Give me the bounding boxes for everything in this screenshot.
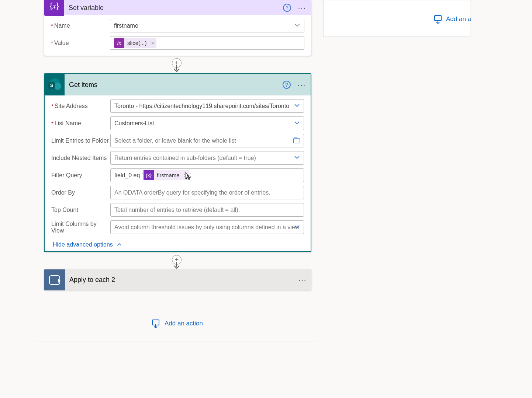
list-name-value: Customers-List	[114, 120, 154, 127]
loop-icon	[44, 269, 65, 290]
set-variable-title: Set variable	[64, 4, 283, 12]
filter-trailing-quote: '	[190, 172, 191, 179]
filter-query-input[interactable]: field_0 eq ' {x} firstname × '	[110, 168, 304, 182]
filter-query-label: Filter Query	[51, 172, 110, 179]
apply-to-each-card: Apply to each 2 ···	[44, 269, 311, 290]
limit-folder-input[interactable]: Select a folder, or leave blank for the …	[110, 134, 304, 147]
order-by-input[interactable]: An ODATA orderBy query for specifying th…	[110, 186, 304, 199]
sharepoint-icon: S	[45, 74, 65, 95]
token-text: firstname	[154, 172, 182, 178]
limit-columns-label: Limit Columns by View	[51, 221, 110, 234]
fx-icon: fx	[114, 38, 124, 48]
add-action-label: Add an action	[165, 320, 203, 327]
svg-rect-1	[435, 15, 441, 21]
site-address-value: Toronto - https://citizentechnology119.s…	[114, 103, 289, 109]
more-menu-button[interactable]: ···	[296, 4, 311, 12]
value-input[interactable]: fx slice(...) ×	[110, 36, 304, 50]
value-label: *Value	[51, 40, 110, 46]
add-action-button[interactable]: Add an action	[151, 319, 203, 328]
filter-query-text: field_0 eq '	[114, 172, 143, 179]
top-count-label: Top Count	[51, 207, 110, 213]
dynamic-content-token[interactable]: {x} firstname ×	[144, 170, 189, 180]
set-variable-card: {𝑥} Set variable ? ··· *Name firstname *…	[44, 0, 311, 56]
limit-columns-placeholder: Avoid column threshold issues by only us…	[114, 224, 299, 231]
remove-token-button[interactable]: ×	[182, 172, 189, 178]
nested-items-label: Include Nested Items	[51, 155, 110, 161]
add-action-icon	[151, 319, 160, 328]
top-count-input[interactable]: Total number of entries to retrieve (def…	[110, 203, 304, 217]
nested-items-dropdown[interactable]: Return entries contained in sub-folders …	[110, 151, 304, 165]
site-address-label: *Site Address	[51, 103, 110, 109]
limit-folder-placeholder: Select a folder, or leave blank for the …	[114, 137, 236, 144]
add-action-icon	[433, 15, 442, 24]
list-name-label: *List Name	[51, 120, 110, 127]
expression-token[interactable]: fx slice(...) ×	[114, 38, 156, 48]
limit-folder-label: Limit Entries to Folder	[51, 137, 110, 144]
get-items-title: Get items	[65, 81, 283, 89]
top-count-placeholder: Total number of entries to retrieve (def…	[114, 207, 240, 213]
expression-text: slice(...)	[124, 40, 149, 46]
flow-canvas-area	[36, 297, 318, 341]
help-icon[interactable]: ?	[283, 4, 291, 12]
hide-advanced-options-link[interactable]: Hide advanced options	[51, 238, 122, 250]
get-items-card: S Get items ? ··· *Site Address Toronto …	[44, 73, 311, 252]
chevron-down-icon	[294, 102, 300, 110]
apply-to-each-header[interactable]: Apply to each 2 ···	[44, 269, 311, 290]
nested-items-placeholder: Return entries contained in sub-folders …	[114, 155, 256, 161]
svg-rect-0	[152, 320, 159, 325]
get-items-header[interactable]: S Get items ? ···	[45, 74, 311, 95]
help-icon[interactable]: ?	[283, 81, 291, 89]
chevron-down-icon	[294, 224, 300, 231]
apply-to-each-title: Apply to each 2	[65, 276, 297, 284]
add-action-side-label: Add an a	[446, 15, 471, 23]
more-menu-button[interactable]: ···	[297, 276, 311, 284]
add-action-side-button[interactable]: Add an a	[433, 15, 471, 24]
name-dropdown[interactable]: firstname	[110, 19, 304, 32]
site-address-dropdown[interactable]: Toronto - https://citizentechnology119.s…	[110, 99, 304, 113]
variable-icon: {x}	[144, 170, 154, 180]
chevron-up-icon	[117, 242, 122, 248]
order-by-label: Order By	[51, 189, 110, 196]
name-value: firstname	[114, 22, 138, 29]
list-name-dropdown[interactable]: Customers-List	[110, 116, 304, 130]
chevron-down-icon	[294, 154, 300, 162]
variable-icon: {𝑥}	[44, 0, 64, 16]
set-variable-header[interactable]: {𝑥} Set variable ? ···	[44, 0, 311, 15]
name-label: *Name	[51, 22, 110, 29]
chevron-down-icon	[294, 120, 300, 127]
order-by-placeholder: An ODATA orderBy query for specifying th…	[114, 189, 270, 196]
chevron-down-icon	[294, 22, 300, 29]
folder-picker-icon[interactable]	[293, 138, 300, 143]
limit-columns-dropdown[interactable]: Avoid column threshold issues by only us…	[110, 220, 304, 234]
more-menu-button[interactable]: ···	[296, 81, 311, 89]
remove-token-button[interactable]: ×	[149, 40, 156, 46]
